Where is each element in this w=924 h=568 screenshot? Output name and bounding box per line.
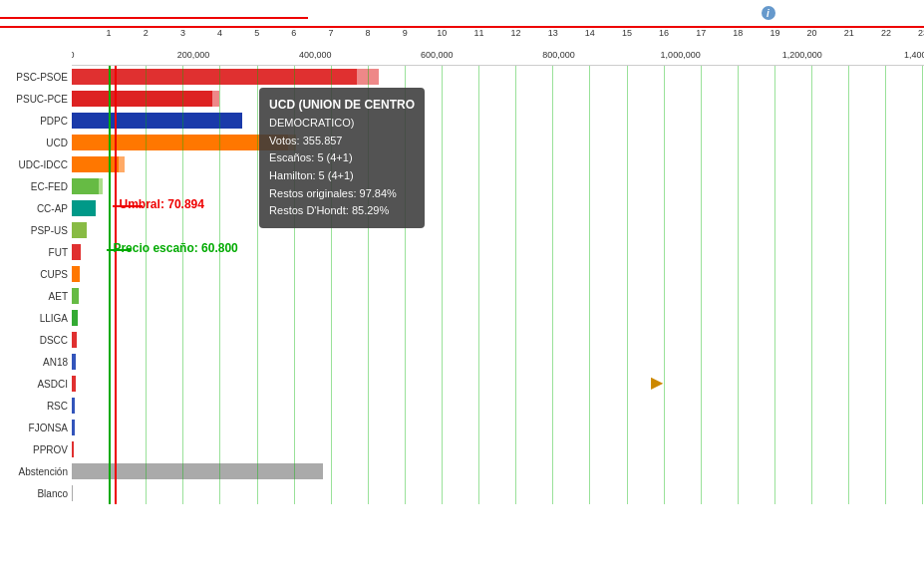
bar-extra-udc-idcc	[119, 156, 125, 172]
bar-row-abstención	[72, 460, 924, 482]
seat-num-14: 14	[585, 28, 595, 38]
seat-num-19: 19	[770, 28, 779, 38]
seat-num-17: 17	[696, 28, 706, 38]
seat-num-11: 11	[473, 28, 483, 38]
seat-num-21: 21	[844, 28, 854, 38]
y-label-blanco: Blanco	[0, 482, 72, 504]
grid-line-21	[885, 66, 886, 504]
main-container: i PSC-PSOEPSUC-PCEPDPCUCDUDC-IDCCEC-FEDC…	[0, 0, 924, 568]
bar-row-fjonsa	[72, 417, 924, 438]
grid-line-2	[182, 66, 183, 504]
bar-row-dscc	[72, 329, 924, 351]
grid-line-9	[442, 66, 443, 504]
y-label-cups: CUPS	[0, 263, 72, 285]
bar-asdci	[72, 376, 76, 392]
seat-num-1: 1	[107, 28, 112, 38]
y-label-ec-fed: EC-FED	[0, 175, 72, 197]
y-label-ucd: UCD	[0, 132, 72, 153]
seat-num-12: 12	[511, 28, 521, 38]
grid-line-16	[701, 66, 702, 504]
bar-aet	[72, 288, 79, 304]
seat-num-7: 7	[328, 28, 333, 38]
seat-num-15: 15	[622, 28, 632, 38]
bar-blanco	[72, 485, 73, 501]
y-label-pdpc: PDPC	[0, 110, 72, 132]
tab-descripcion[interactable]: i	[616, 2, 924, 24]
cursor-icon: ▶	[651, 373, 663, 392]
grid-line-11	[515, 66, 516, 504]
bar-row-aet	[72, 285, 924, 307]
x-tick-800000: 800,000	[542, 50, 575, 60]
header-tabs: i	[0, 0, 924, 28]
y-label-pprov: PPROV	[0, 438, 72, 460]
bar-row-blanco	[72, 482, 924, 504]
x-tick-0: 0	[72, 50, 75, 60]
tab-cocientes[interactable]	[308, 9, 616, 17]
x-tick-1200,000: 1,200,000	[782, 50, 822, 60]
y-label-aet: AET	[0, 285, 72, 307]
grid-line-18	[774, 66, 775, 504]
grid-line-6	[331, 66, 332, 504]
y-label-fjonsa: FJONSA	[0, 417, 72, 438]
seat-num-18: 18	[733, 28, 743, 38]
chart-area: PSC-PSOEPSUC-PCEPDPCUCDUDC-IDCCEC-FEDCC-…	[0, 28, 924, 568]
y-label-psp-us: PSP-US	[0, 219, 72, 241]
tab-precio[interactable]	[0, 9, 308, 19]
bar-row-pdpc	[72, 110, 924, 132]
y-label-cc-ap: CC-AP	[0, 197, 72, 219]
grid-line-20	[848, 66, 849, 504]
precio-escano-label: Precio escaño: 60.800	[113, 241, 237, 255]
grid-line-22	[922, 66, 923, 504]
y-labels: PSC-PSOEPSUC-PCEPDPCUCDUDC-IDCCEC-FEDCC-…	[0, 28, 72, 568]
x-tick-1000,000: 1,000,000	[661, 50, 701, 60]
bar-row-rsc	[72, 395, 924, 417]
seat-num-13: 13	[548, 28, 558, 38]
bar-extra-psuc-pce	[212, 91, 219, 107]
seat-num-16: 16	[659, 28, 669, 38]
umbral-line	[115, 66, 117, 504]
bar-fut	[72, 244, 81, 260]
seat-num-23: 23	[918, 28, 924, 38]
chart-body: 1234567891011121314151617181920212223 02…	[72, 28, 924, 568]
bar-row-cups	[72, 263, 924, 285]
bar-row-udc-idcc	[72, 153, 924, 175]
seat-num-10: 10	[437, 28, 447, 38]
bar-psuc-pce	[72, 91, 212, 107]
seat-num-6: 6	[291, 28, 296, 38]
bar-row-an18	[72, 351, 924, 373]
precio-line	[109, 66, 111, 504]
y-label-asdci: ASDCI	[0, 373, 72, 395]
seat-num-22: 22	[881, 28, 891, 38]
bar-psp-us	[72, 222, 87, 238]
grid-line-1	[146, 66, 147, 504]
bar-pdpc	[72, 113, 242, 129]
bar-an18	[72, 354, 76, 370]
grid-line-12	[552, 66, 553, 504]
bar-row-ucd	[72, 132, 924, 153]
y-label-udc-idcc: UDC-IDCC	[0, 153, 72, 175]
bar-fjonsa	[72, 420, 75, 435]
bar-row-pprov	[72, 438, 924, 460]
info-icon: i	[762, 6, 775, 20]
seat-num-3: 3	[180, 28, 185, 38]
grid-line-17	[738, 66, 739, 504]
bar-lliga	[72, 310, 78, 326]
y-label-fut: FUT	[0, 241, 72, 263]
grid-line-7	[368, 66, 369, 504]
bar-extra-ucd	[288, 135, 296, 150]
bar-row-psuc-pce	[72, 88, 924, 110]
bar-row-asdci	[72, 373, 924, 395]
bar-pprov	[72, 441, 74, 457]
grid-line-19	[811, 66, 812, 504]
grid-line-5	[294, 66, 295, 504]
seat-num-20: 20	[807, 28, 817, 38]
bar-row-ec-fed	[72, 175, 924, 197]
bars-container: UCD (UNION DE CENTRO DEMOCRATICO) Votos:…	[72, 66, 924, 504]
bar-cups	[72, 266, 80, 282]
bar-extra-ec-fed	[99, 178, 102, 194]
bar-ec-fed	[72, 178, 99, 194]
bar-udc-idcc	[72, 156, 119, 172]
bar-dscc	[72, 332, 77, 348]
y-label-abstención: Abstención	[0, 460, 72, 482]
seat-num-9: 9	[403, 28, 408, 38]
